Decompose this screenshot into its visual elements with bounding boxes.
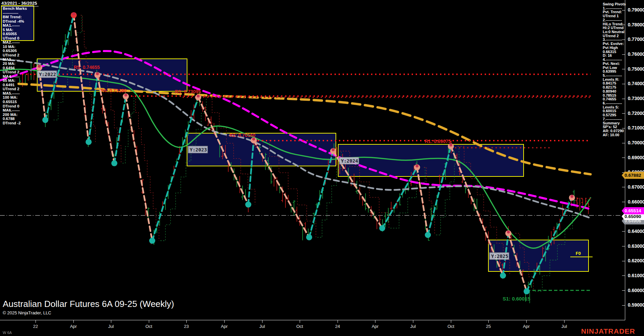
pivot-low-marker: [149, 238, 155, 244]
time-tick: [564, 320, 565, 323]
time-tick-label: 25: [486, 324, 491, 329]
price-tick-label: 0.72000: [628, 111, 644, 116]
trail-step-up: [160, 97, 206, 241]
swing-pivots-panel: Swing Pivots 1.------------- Pvt. Trend:…: [603, 2, 626, 137]
time-tick-label: Apr: [523, 324, 530, 329]
pivot-high-cap: [197, 95, 200, 98]
resistance-label-5: R1: 0.69075: [425, 139, 451, 144]
pivot-high-cap: [96, 72, 99, 75]
price-tick: [622, 246, 625, 246]
price-tick-label: 0.63000: [628, 243, 644, 249]
forecast-label: F0: [576, 251, 581, 256]
pivot-low-marker: [42, 117, 48, 123]
price-chart-canvas[interactable]: R5: 0.74655R4: 0.73180R3: 0.73095R2: 0.7…: [0, 0, 644, 336]
time-tick-label: 23: [184, 324, 189, 329]
time-tick: [488, 320, 489, 323]
time-tick: [262, 320, 262, 323]
resistance-label-4: R2: 0.70160: [229, 133, 255, 138]
year-box-2024: [338, 144, 524, 176]
pivot-high-cap: [124, 94, 128, 97]
price-tick-label: 0.69000: [628, 155, 644, 160]
price-tick-label: 0.76000: [628, 51, 644, 57]
time-tick-label: 24: [335, 324, 340, 329]
resistance-label-3: R3: 0.73095: [175, 89, 201, 94]
price-tick: [622, 158, 625, 158]
time-tick-label: Apr: [372, 324, 378, 329]
time-tick: [224, 320, 225, 323]
price-tick: [622, 231, 625, 232]
time-tick: [451, 320, 451, 323]
year-box-2023: [187, 133, 336, 166]
pivot-high-cap: [332, 148, 335, 151]
year-chip-label: Y:2024: [341, 158, 358, 164]
price-marker-tag: 0.67882: [622, 172, 644, 179]
resistance-label-1: R5: 0.74655: [74, 65, 100, 70]
pivot-high-cap: [38, 65, 41, 68]
pivot-high-cap: [507, 231, 510, 234]
price-tick-label: 0.73000: [628, 96, 644, 101]
support-label-1: S1: 0.60015: [503, 296, 530, 302]
time-tick-label: Jul: [561, 324, 567, 329]
time-tick-label: Jul: [410, 324, 416, 329]
time-tick-label: Oct: [296, 324, 303, 329]
price-tick: [622, 202, 625, 202]
time-tick: [413, 320, 413, 323]
pivot-leg-down: [417, 167, 428, 235]
trail-step-down: [133, 96, 159, 241]
price-marker-tag: 0.65514: [622, 207, 644, 214]
pivot-low-marker: [306, 234, 312, 240]
price-tick-label: 0.74000: [628, 81, 644, 86]
time-tick-label: Apr: [70, 324, 77, 329]
pivot-leg-down: [126, 96, 152, 241]
time-tick: [149, 320, 149, 323]
price-tick-label: 0.71000: [628, 125, 644, 130]
pivot-low-marker: [524, 288, 530, 294]
time-tick: [338, 320, 338, 323]
price-tick-label: 0.60000: [628, 288, 644, 293]
pivot-high-cap: [72, 12, 75, 15]
pivot-low-marker: [245, 201, 251, 208]
year-chip-label: Y:2022: [39, 72, 56, 77]
price-tick-label: 0.61000: [628, 273, 644, 278]
pivot-low-marker: [111, 160, 117, 166]
chart-window: R5: 0.74655R4: 0.73180R3: 0.73095R2: 0.7…: [0, 0, 644, 336]
time-tick: [111, 320, 111, 323]
price-tick-label: 0.75000: [628, 66, 644, 72]
price-tick: [622, 275, 625, 276]
time-tick: [300, 320, 300, 323]
price-tick: [622, 290, 625, 291]
time-tick-label: Jul: [108, 324, 114, 329]
pivot-high-cap: [571, 195, 574, 198]
price-tick: [622, 143, 625, 143]
pivot-leg-up: [152, 97, 198, 241]
time-tick: [375, 320, 375, 323]
price-tick-label: 0.78000: [628, 22, 644, 27]
time-tick-label: Oct: [145, 324, 152, 329]
time-tick: [73, 320, 74, 323]
date-range-label: 43/2021 - 36/2025: [1, 1, 39, 6]
price-tick-label: 0.59000: [628, 302, 644, 308]
price-tick-label: 0.77000: [628, 37, 644, 42]
price-tick-label: 0.70000: [628, 140, 644, 145]
instrument-code-label: W 6A: [3, 331, 12, 335]
pivot-low-marker: [425, 232, 431, 238]
price-tick-label: 0.79000: [628, 7, 644, 13]
pivot-low-marker: [86, 139, 92, 145]
ninjatrader-logo: NINJATRADER: [581, 327, 635, 335]
pivot-high-cap: [252, 138, 255, 141]
pivot-low-marker: [500, 272, 506, 279]
price-tick: [622, 187, 625, 187]
copyright-label: © 2025 NinjaTrader, LLC: [3, 310, 51, 315]
price-tick-label: 0.66000: [628, 199, 644, 205]
price-tick: [622, 261, 625, 261]
price-tick-label: 0.67000: [628, 184, 644, 190]
pivot-high-cap: [416, 165, 419, 168]
benchmarks-panel: Bench Marks ------------ BM Trend: DTren…: [3, 6, 27, 125]
pivot-leg-up: [114, 96, 126, 163]
year-chip-label: Y:2025: [491, 254, 508, 259]
price-tick-label: 0.64000: [628, 229, 644, 234]
time-tick-label: Oct: [447, 324, 454, 329]
chart-title: Australian Dollar Futures 6A 09-25 (Week…: [3, 299, 174, 309]
pivot-high-cap: [450, 144, 453, 147]
pivot-low-marker: [379, 225, 385, 231]
